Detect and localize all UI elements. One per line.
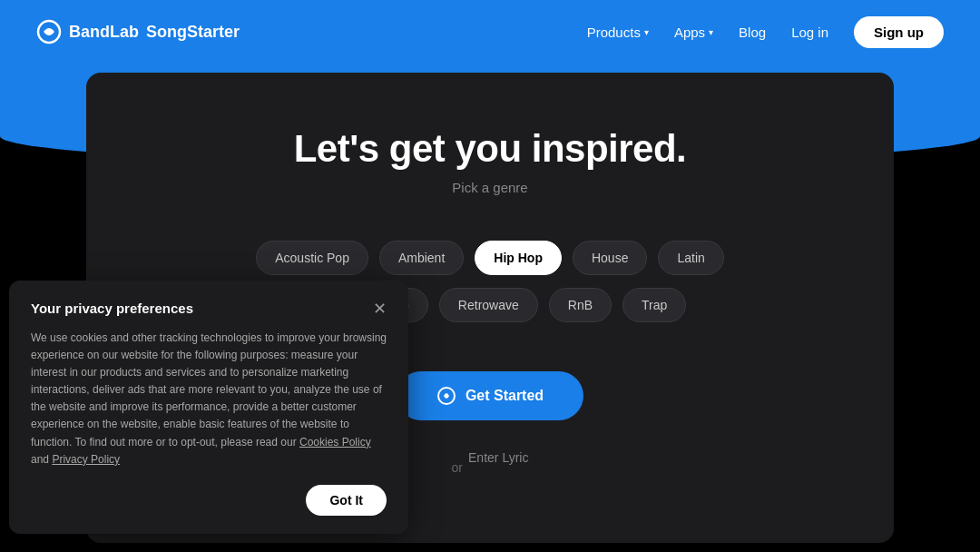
- nav-apps[interactable]: Apps ▾: [674, 25, 713, 40]
- nav-products[interactable]: Products ▾: [587, 25, 649, 40]
- or-enter-lyric-row: or Enter Lyric: [452, 440, 529, 475]
- genre-hip-hop[interactable]: Hip Hop: [475, 241, 562, 275]
- genre-house[interactable]: House: [573, 241, 647, 275]
- signup-button[interactable]: Sign up: [854, 16, 944, 48]
- genre-acoustic-pop[interactable]: Acoustic Pop: [256, 241, 368, 275]
- header-logo-product: SongStarter: [146, 23, 240, 42]
- privacy-close-button[interactable]: ✕: [373, 301, 387, 317]
- nav-blog[interactable]: Blog: [739, 25, 766, 40]
- enter-lyric-link[interactable]: Enter Lyric: [468, 450, 528, 465]
- login-button[interactable]: Log in: [791, 25, 828, 40]
- or-text: or: [452, 460, 463, 475]
- apps-chevron-icon: ▾: [709, 27, 713, 37]
- main-title: Let's get you inspired.: [294, 127, 687, 171]
- genre-ambient[interactable]: Ambient: [379, 241, 464, 275]
- genre-row-1: Acoustic Pop Ambient Hip Hop House Latin: [256, 241, 724, 275]
- products-chevron-icon: ▾: [644, 27, 649, 37]
- subtitle: Pick a genre: [452, 180, 527, 195]
- get-started-label: Get Started: [466, 388, 544, 404]
- privacy-policy-link[interactable]: Privacy Policy: [52, 453, 120, 466]
- privacy-body: We use cookies and other tracking techno…: [31, 330, 387, 469]
- genre-latin[interactable]: Latin: [658, 241, 723, 275]
- cookies-policy-link[interactable]: Cookies Policy: [299, 436, 371, 448]
- header-nav: Products ▾ Apps ▾ Blog Log in Sign up: [587, 16, 944, 48]
- privacy-header: Your privacy preferences ✕: [31, 301, 387, 317]
- bandlab-logo-icon: [36, 19, 62, 44]
- got-it-button[interactable]: Got It: [306, 485, 387, 516]
- genre-retrowave[interactable]: Retrowave: [439, 288, 538, 322]
- header-logo: BandLab SongStarter: [36, 19, 240, 44]
- header-logo-brand: BandLab: [69, 23, 139, 42]
- header: BandLab SongStarter Products ▾ Apps ▾ Bl…: [0, 0, 980, 64]
- genre-rnb[interactable]: RnB: [549, 288, 612, 322]
- get-started-icon: [436, 386, 456, 406]
- get-started-button[interactable]: Get Started: [397, 371, 583, 420]
- privacy-footer: Got It: [31, 485, 387, 516]
- genre-trap[interactable]: Trap: [622, 288, 686, 322]
- privacy-popup: Your privacy preferences ✕ We use cookie…: [9, 281, 408, 535]
- privacy-title: Your privacy preferences: [31, 301, 193, 316]
